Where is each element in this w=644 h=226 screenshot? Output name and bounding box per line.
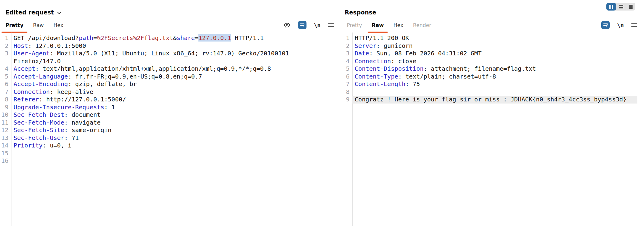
word-wrap-chip — [601, 21, 610, 29]
line-text: Accept-Encoding: gzip, deflate, br — [11, 80, 334, 88]
eye-off-glyph — [283, 21, 291, 29]
request-line[interactable]: 1GET /api/download?path=%2FSecrets%2Ffla… — [0, 34, 341, 42]
line-text: Accept-Language: fr,fr-FR;q=0.9,en-US;q=… — [11, 73, 334, 81]
code-text: GET /api/download? — [14, 34, 79, 42]
request-title-row[interactable]: Edited request — [0, 8, 341, 16]
newline-icon[interactable]: \n — [617, 21, 624, 29]
request-editor[interactable]: 1GET /api/download?path=%2FSecrets%2Ffla… — [0, 32, 341, 165]
request-tab-pretty[interactable]: Pretty — [2, 22, 27, 32]
line-text: Content-Type: text/plain; charset=utf-8 — [352, 73, 637, 81]
line-text: Referer: http://127.0.0.1:5000/ — [11, 96, 334, 104]
response-tab-bar: Pretty Raw Hex Render \n — [341, 16, 644, 32]
menu-icon[interactable] — [328, 21, 334, 29]
columns-layout-icon — [609, 5, 613, 9]
request-line[interactable]: 16 — [0, 157, 341, 165]
request-line[interactable]: 8Referer: http://127.0.0.1:5000/ — [0, 96, 341, 104]
line-text — [352, 88, 637, 96]
header-name: share — [177, 34, 195, 42]
word-wrap-icon[interactable] — [601, 21, 610, 29]
response-line[interactable]: 7Content-Length: 75 — [341, 80, 644, 88]
word-wrap-icon[interactable] — [298, 21, 306, 29]
line-number: 1 — [341, 34, 352, 42]
newline-icon[interactable]: \n — [314, 21, 321, 29]
response-line[interactable]: 5Content-Disposition: attachment; filena… — [341, 65, 644, 73]
line-number: 8 — [341, 88, 352, 96]
url-encoded-value: %2FSecrets%2Fflag.txt — [97, 34, 173, 42]
request-line[interactable]: 9Upgrade-Insecure-Requests: 1 — [0, 104, 341, 111]
response-tab-hex[interactable]: Hex — [390, 22, 407, 32]
line-number: 4 — [341, 57, 352, 65]
response-title-row: Response — [341, 8, 644, 16]
header-name: Content-Type — [355, 73, 398, 80]
request-line[interactable]: 4Accept: text/html,application/xhtml+xml… — [0, 65, 341, 73]
header-name: Date — [355, 50, 369, 57]
response-line[interactable]: 6Content-Type: text/plain; charset=utf-8 — [341, 73, 644, 81]
header-name: Content-Length — [355, 80, 406, 88]
chevron-down-icon — [57, 11, 62, 15]
code-text: : Mozilla/5.0 (X11; Ubuntu; Linux x86_64… — [14, 50, 293, 65]
header-name: Host — [14, 42, 28, 49]
single-layout-button[interactable] — [626, 3, 635, 11]
code-text: : 1 — [104, 104, 115, 111]
line-number: 13 — [0, 134, 11, 142]
single-layout-icon — [629, 5, 633, 9]
response-line[interactable]: 4Connection: close — [341, 57, 644, 65]
line-text: Sec-Fetch-Site: same-origin — [11, 126, 334, 134]
response-tab-pretty[interactable]: Pretty — [343, 22, 366, 32]
request-title: Edited request — [5, 9, 54, 16]
request-line[interactable]: 6Accept-Encoding: gzip, deflate, br — [0, 80, 341, 88]
header-name: Connection — [355, 57, 391, 65]
request-tab-raw[interactable]: Raw — [29, 22, 48, 32]
request-line[interactable]: 12Sec-Fetch-Site: same-origin — [0, 126, 341, 134]
request-panel: Edited request Pretty Raw Hex — [0, 0, 341, 226]
request-line[interactable]: 3User-Agent: Mozilla/5.0 (X11; Ubuntu; L… — [0, 50, 341, 65]
header-name: Priority — [14, 142, 42, 149]
code-text: Congratz ! Here is your flag sir or miss… — [355, 96, 627, 103]
menu-icon[interactable] — [631, 21, 637, 29]
response-line[interactable]: 1HTTP/1.1 200 OK — [341, 34, 644, 42]
request-line[interactable]: 15 — [0, 150, 341, 157]
line-number: 15 — [0, 150, 11, 157]
line-number: 5 — [341, 65, 352, 73]
code-text: HTTP/1.1 200 OK — [355, 34, 409, 42]
line-text: Accept: text/html,application/xhtml+xml,… — [11, 65, 334, 73]
line-number: 7 — [341, 80, 352, 88]
request-line[interactable]: 7Connection: keep-alive — [0, 88, 341, 96]
code-text: = — [195, 34, 198, 42]
rows-layout-button[interactable] — [616, 3, 626, 11]
word-wrap-glyph — [603, 22, 608, 28]
request-line[interactable]: 5Accept-Language: fr,fr-FR;q=0.9,en-US;q… — [0, 73, 341, 81]
newline-glyph: \n — [314, 22, 321, 28]
response-line[interactable]: 2Server: gunicorn — [341, 42, 644, 50]
line-number: 2 — [0, 42, 11, 50]
line-number: 8 — [0, 96, 11, 104]
response-line[interactable]: 3Date: Sun, 08 Feb 2026 04:31:02 GMT — [341, 50, 644, 57]
header-name: Accept-Language — [14, 73, 68, 80]
columns-layout-button[interactable] — [606, 3, 616, 11]
menu-glyph — [631, 22, 637, 28]
line-text: GET /api/download?path=%2FSecrets%2Fflag… — [11, 34, 334, 42]
header-name: Server — [355, 42, 376, 49]
request-line[interactable]: 14Priority: u=0, i — [0, 142, 341, 150]
request-line[interactable]: 10Sec-Fetch-Dest: document — [0, 111, 341, 119]
response-line[interactable]: 8 — [341, 88, 644, 96]
code-text: HTTP/1.1 — [231, 34, 264, 42]
line-number: 7 — [0, 88, 11, 96]
request-line[interactable]: 11Sec-Fetch-Mode: navigate — [0, 119, 341, 127]
request-line[interactable]: 13Sec-Fetch-User: ?1 — [0, 134, 341, 142]
request-tab-hex[interactable]: Hex — [49, 22, 67, 32]
request-line[interactable]: 2Host: 127.0.0.1:5000 — [0, 42, 341, 50]
line-number: 14 — [0, 142, 11, 150]
header-name: Upgrade-Insecure-Requests — [14, 104, 104, 111]
response-toolbar: \n — [601, 21, 637, 29]
response-line[interactable]: 9Congratz ! Here is your flag sir or mis… — [341, 96, 644, 104]
response-tab-raw[interactable]: Raw — [368, 22, 387, 32]
line-text: Content-Disposition: attachment; filenam… — [352, 65, 637, 73]
eye-off-icon[interactable] — [283, 21, 291, 29]
line-text: Server: gunicorn — [352, 42, 637, 50]
header-name: Content-Disposition — [355, 65, 424, 72]
code-text: : text/plain; charset=utf-8 — [398, 73, 496, 80]
response-tab-render[interactable]: Render — [409, 22, 435, 32]
line-text: Upgrade-Insecure-Requests: 1 — [11, 104, 334, 111]
response-viewer[interactable]: 1HTTP/1.1 200 OK2Server: gunicorn3Date: … — [341, 32, 644, 104]
